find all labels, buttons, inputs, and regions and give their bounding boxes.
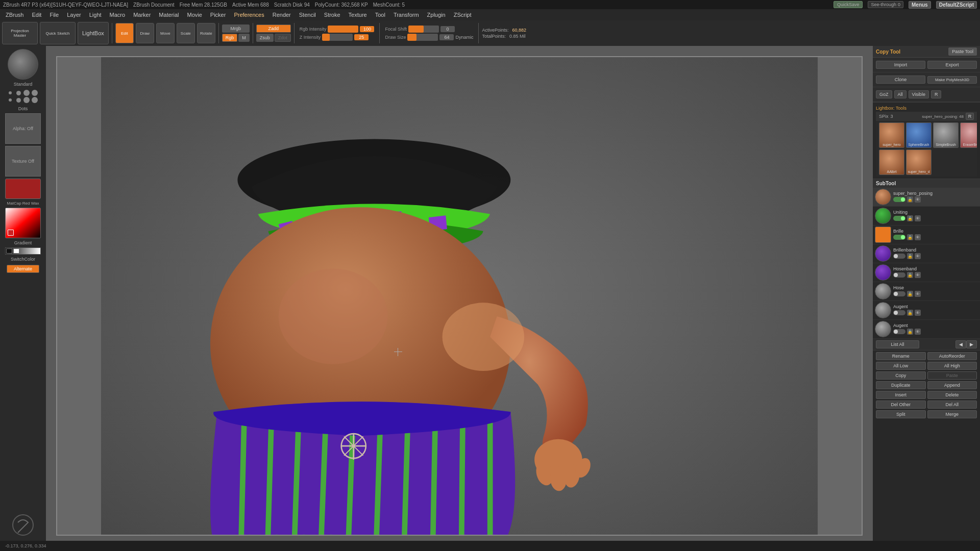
menu-zscript[interactable]: ZScript bbox=[450, 11, 475, 19]
subtool-eye-4[interactable]: 👁 bbox=[915, 272, 921, 278]
subtool-item-5[interactable]: Hose 🔒 👁 bbox=[873, 282, 980, 301]
lb-thumb-aalbrt[interactable]: AAlbrt bbox=[879, 149, 904, 175]
m-button[interactable]: M bbox=[238, 34, 250, 42]
all-low-button[interactable]: All Low bbox=[876, 362, 926, 370]
subtool-lock-6[interactable]: 🔒 bbox=[907, 310, 913, 316]
subtool-toggle-4[interactable] bbox=[893, 272, 905, 278]
move-button[interactable]: Move bbox=[156, 23, 175, 43]
z-intensity-value[interactable]: 25 bbox=[354, 34, 369, 40]
goz-button[interactable]: GoZ bbox=[876, 90, 892, 98]
list-all-button[interactable]: List All bbox=[876, 340, 919, 348]
copy-button[interactable]: Copy bbox=[876, 371, 926, 380]
subtool-eye-2[interactable]: 👁 bbox=[915, 234, 921, 240]
menu-light[interactable]: Light bbox=[86, 11, 105, 19]
material-box[interactable] bbox=[5, 179, 41, 199]
subtool-item-4[interactable]: Hosenband 🔒 👁 bbox=[873, 263, 980, 282]
subtool-toggle-5[interactable] bbox=[893, 291, 905, 296]
subtool-lock-1[interactable]: 🔒 bbox=[907, 215, 913, 221]
subtool-item-2[interactable]: Brille 🔒 👁 bbox=[873, 226, 980, 244]
zsub-button[interactable]: Zsub bbox=[256, 34, 274, 42]
paste-button[interactable]: Paste bbox=[927, 371, 977, 380]
z-intensity-slider[interactable] bbox=[322, 34, 353, 41]
zadd-button[interactable]: Zadd bbox=[256, 24, 291, 33]
subtool-lock-4[interactable]: 🔒 bbox=[907, 272, 913, 278]
edit-button[interactable]: Edit bbox=[115, 23, 134, 43]
alternate-button[interactable]: Alternate bbox=[7, 265, 39, 273]
canvas-frame[interactable] bbox=[56, 56, 863, 536]
subtool-toggle-2[interactable] bbox=[893, 235, 905, 240]
subtool-eye-1[interactable]: 👁 bbox=[915, 215, 921, 221]
subtool-toggle-vis-0[interactable] bbox=[893, 197, 905, 202]
draw-size-value[interactable]: 64 bbox=[439, 34, 454, 40]
draw-size-slider[interactable] bbox=[407, 34, 438, 41]
lb-thumb-spherebrush[interactable]: SphereBrush bbox=[906, 122, 932, 148]
menu-zplugin[interactable]: Zplugin bbox=[424, 11, 449, 19]
lb-thumb-simplebrush[interactable]: SimpleBrush bbox=[933, 122, 959, 148]
rename-button[interactable]: Rename bbox=[876, 352, 926, 360]
list-arrow-left[interactable]: ◀ bbox=[955, 340, 966, 348]
paste-tool-button[interactable]: Paste Tool bbox=[948, 47, 977, 56]
rgb-button[interactable]: Rgb bbox=[222, 34, 238, 42]
color-picker[interactable] bbox=[5, 208, 41, 238]
del-all-button[interactable]: Del All bbox=[927, 400, 977, 409]
split-button[interactable]: Split bbox=[876, 410, 926, 418]
menu-layer[interactable]: Layer bbox=[63, 11, 85, 19]
subtool-item-3[interactable]: Brillenband 🔒 👁 bbox=[873, 244, 980, 263]
merge-button[interactable]: Merge bbox=[927, 410, 977, 418]
lb-thumb-superhero[interactable]: super_hero bbox=[879, 122, 904, 148]
menu-preferences[interactable]: Preferences bbox=[230, 11, 267, 19]
subtool-lock-icon-0[interactable]: 🔒 bbox=[907, 196, 913, 203]
gradient-bar[interactable] bbox=[5, 247, 41, 255]
focal-value[interactable]: 0 bbox=[440, 26, 455, 32]
menu-picker[interactable]: Picker bbox=[207, 11, 230, 19]
menus-button[interactable]: Menus bbox=[909, 1, 931, 9]
visible-button[interactable]: Visible bbox=[909, 90, 929, 98]
subtool-toggle-1[interactable] bbox=[893, 216, 905, 221]
menu-stroke[interactable]: Stroke bbox=[321, 11, 344, 19]
menu-file[interactable]: File bbox=[46, 11, 62, 19]
subtool-toggle-6[interactable] bbox=[893, 310, 905, 315]
r-button[interactable]: R bbox=[931, 90, 942, 98]
rgb-intensity-slider[interactable] bbox=[328, 26, 358, 33]
subtool-eye-3[interactable]: 👁 bbox=[915, 253, 921, 259]
menu-edit[interactable]: Edit bbox=[28, 11, 45, 19]
canvas-area[interactable] bbox=[46, 46, 873, 541]
subtool-item-1[interactable]: Uniting 🔒 👁 bbox=[873, 207, 980, 226]
delete-button[interactable]: Delete bbox=[927, 391, 977, 399]
r-refresh-button[interactable]: R bbox=[966, 113, 974, 120]
lightbox-button[interactable]: LightBox bbox=[78, 22, 109, 44]
brush-preview[interactable] bbox=[8, 49, 38, 80]
draw-button[interactable]: Draw bbox=[136, 23, 154, 43]
export-button[interactable]: Export bbox=[927, 61, 977, 69]
del-other-button[interactable]: Del Other bbox=[876, 400, 926, 409]
quick-sketch-button[interactable]: Quick Sketch bbox=[40, 22, 76, 44]
subtool-lock-3[interactable]: 🔒 bbox=[907, 253, 913, 259]
rotate-button[interactable]: Rotate bbox=[197, 23, 215, 43]
subtool-eye-5[interactable]: 👁 bbox=[915, 291, 921, 297]
list-arrow-right[interactable]: ▶ bbox=[966, 340, 977, 348]
insert-button[interactable]: Insert bbox=[876, 391, 926, 399]
menu-stencil[interactable]: Stencil bbox=[296, 11, 320, 19]
focal-slider[interactable] bbox=[408, 26, 439, 33]
subtool-eye-icon-0[interactable]: 👁 bbox=[915, 196, 921, 203]
menu-material[interactable]: Material bbox=[155, 11, 182, 19]
mrgb-button[interactable]: Mrgb bbox=[222, 24, 250, 33]
subtool-toggle-7[interactable] bbox=[893, 329, 905, 334]
subtool-toggle-3[interactable] bbox=[893, 254, 905, 259]
quicksave-button[interactable]: QuickSave bbox=[834, 1, 863, 8]
menu-macro[interactable]: Macro bbox=[106, 11, 129, 19]
subtool-lock-2[interactable]: 🔒 bbox=[907, 234, 913, 240]
subtool-eye-7[interactable]: 👁 bbox=[915, 329, 921, 335]
alpha-box[interactable]: Alpha: Off bbox=[5, 113, 41, 144]
subtool-item-7[interactable]: Augent 🔒 👁 bbox=[873, 320, 980, 339]
lb-thumb-eraserbrush[interactable]: EraserBrush bbox=[960, 122, 977, 148]
subtool-lock-7[interactable]: 🔒 bbox=[907, 329, 913, 335]
clone-button[interactable]: Clone bbox=[876, 76, 925, 84]
menu-transform[interactable]: Transform bbox=[390, 11, 423, 19]
make-polymesh-button[interactable]: Make PolyMesh3D bbox=[927, 76, 977, 84]
menu-movie[interactable]: Movie bbox=[183, 11, 205, 19]
subtool-lock-5[interactable]: 🔒 bbox=[907, 291, 913, 297]
zdot-button[interactable]: Zdot bbox=[275, 34, 291, 42]
texture-box[interactable]: Texture Off bbox=[5, 146, 41, 177]
all-button[interactable]: All bbox=[894, 90, 906, 98]
